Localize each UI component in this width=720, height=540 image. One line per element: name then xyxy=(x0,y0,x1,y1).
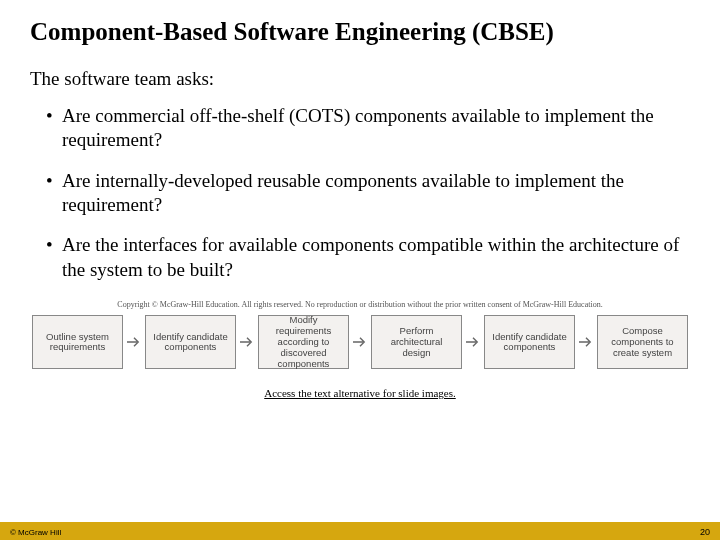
list-item: Are internally-developed reusable compon… xyxy=(46,169,690,218)
slide: Component-Based Software Engineering (CB… xyxy=(0,0,720,540)
process-flow: Outline system requirements Identify can… xyxy=(30,315,690,369)
image-copyright: Copyright © McGraw-Hill Education. All r… xyxy=(30,300,690,310)
intro-text: The software team asks: xyxy=(30,68,690,90)
footer-bar xyxy=(0,522,720,540)
text-alternative-link[interactable]: Access the text alternative for slide im… xyxy=(30,387,690,399)
slide-title: Component-Based Software Engineering (CB… xyxy=(30,18,690,46)
flow-box: Modify requirements according to discove… xyxy=(258,315,349,369)
slide-number: 20 xyxy=(700,527,710,537)
arrow-right-icon xyxy=(240,335,254,349)
arrow-right-icon xyxy=(579,335,593,349)
flow-box: Compose components to create system xyxy=(597,315,688,369)
flow-box: Identify candidate components xyxy=(484,315,575,369)
flow-box: Outline system requirements xyxy=(32,315,123,369)
list-item: Are commercial off-the-shelf (COTS) comp… xyxy=(46,104,690,153)
list-item: Are the interfaces for available compone… xyxy=(46,233,690,282)
flow-box: Perform architectural design xyxy=(371,315,462,369)
arrow-right-icon xyxy=(466,335,480,349)
bullet-list: Are commercial off-the-shelf (COTS) comp… xyxy=(30,104,690,282)
footer-copyright: © McGraw Hill xyxy=(10,528,61,537)
flow-box: Identify candidate components xyxy=(145,315,236,369)
arrow-right-icon xyxy=(353,335,367,349)
arrow-right-icon xyxy=(127,335,141,349)
